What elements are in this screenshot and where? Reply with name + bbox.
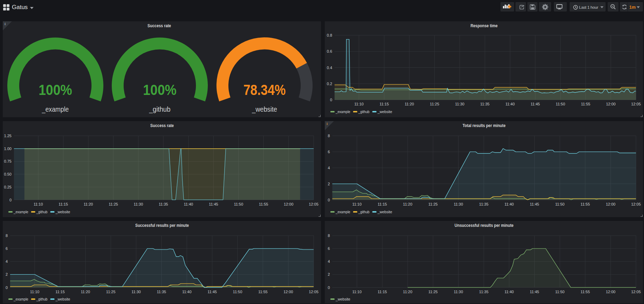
svg-text:_website: _website [377,110,392,114]
svg-text:11:35: 11:35 [479,202,489,206]
svg-text:_example: _example [42,105,69,113]
svg-text:11:55: 11:55 [581,102,590,106]
svg-text:_example: _example [335,110,350,114]
svg-text:11:10: 11:10 [30,290,39,294]
svg-text:12:00: 12:00 [606,290,616,294]
svg-text:11:25: 11:25 [109,202,118,206]
svg-text:_website: _website [252,105,277,113]
svg-text:2: 2 [328,182,330,186]
svg-text:11:45: 11:45 [530,202,539,206]
svg-text:0.25: 0.25 [4,185,12,189]
svg-text:1.00: 1.00 [4,147,12,151]
svg-text:11:40: 11:40 [504,290,514,294]
svg-text:6: 6 [328,150,330,154]
svg-text:11:55: 11:55 [580,290,590,294]
svg-text:_example: _example [335,210,350,214]
svg-text:8: 8 [6,233,8,238]
svg-text:11:35: 11:35 [157,290,166,294]
svg-text:0.75: 0.75 [4,159,12,163]
svg-text:11:30: 11:30 [131,290,141,294]
svg-text:11:10: 11:10 [34,202,43,206]
svg-text:2: 2 [6,272,8,276]
svg-text:11:20: 11:20 [403,290,412,294]
svg-text:11:40: 11:40 [182,290,192,294]
svg-text:12:05: 12:05 [631,102,641,106]
svg-text:8: 8 [328,134,330,138]
svg-text:11:50: 11:50 [233,290,242,294]
svg-text:11:20: 11:20 [84,202,93,206]
svg-text:12:00: 12:00 [606,202,616,206]
svg-text:11:50: 11:50 [556,102,565,106]
svg-text:100%: 100% [39,82,72,98]
svg-text:0: 0 [9,198,12,202]
svg-text:0.6: 0.6 [327,49,332,53]
svg-text:0.2: 0.2 [327,82,332,86]
svg-text:8: 8 [328,233,330,238]
svg-text:78.34%: 78.34% [243,82,286,98]
svg-text:_example: _example [13,210,28,214]
svg-text:11:15: 11:15 [56,290,65,294]
svg-text:11:45: 11:45 [530,102,540,106]
svg-text:11:10: 11:10 [352,290,362,294]
svg-text:12:05: 12:05 [631,202,641,206]
svg-text:_github: _github [358,110,369,114]
svg-text:11:35: 11:35 [480,102,490,106]
svg-text:0: 0 [6,286,8,290]
svg-text:4: 4 [328,259,330,264]
svg-text:_website: _website [377,210,392,214]
svg-text:_github: _github [358,210,369,214]
svg-text:11:15: 11:15 [378,202,387,206]
svg-text:0.4: 0.4 [327,66,332,70]
svg-text:12:00: 12:00 [284,290,293,294]
svg-text:0.50: 0.50 [4,172,12,176]
svg-text:11:40: 11:40 [505,102,515,106]
svg-text:6: 6 [6,246,8,251]
svg-text:0.8: 0.8 [327,33,332,37]
svg-text:11:25: 11:25 [429,202,438,206]
svg-text:11:45: 11:45 [530,290,539,294]
svg-text:0: 0 [330,98,332,102]
svg-text:2: 2 [328,272,330,276]
svg-text:_github: _github [36,297,47,301]
svg-text:11:30: 11:30 [455,102,464,106]
svg-text:0: 0 [328,198,330,202]
svg-text:_github: _github [36,210,47,214]
svg-text:100%: 100% [143,82,177,98]
svg-text:11:25: 11:25 [429,290,438,294]
svg-text:11:15: 11:15 [380,102,389,106]
svg-text:_website: _website [55,297,70,301]
svg-text:11:55: 11:55 [580,202,590,206]
svg-text:4: 4 [328,166,330,170]
svg-text:1.25: 1.25 [4,134,12,138]
svg-text:4: 4 [6,259,8,264]
svg-text:_example: _example [13,297,28,301]
svg-text:11:25: 11:25 [106,290,116,294]
svg-text:6: 6 [328,246,330,251]
svg-text:11:50: 11:50 [555,202,565,206]
svg-text:12:05: 12:05 [309,202,319,206]
svg-text:11:10: 11:10 [352,202,362,206]
svg-text:11:10: 11:10 [354,102,364,106]
svg-text:11:30: 11:30 [134,202,143,206]
svg-text:11:45: 11:45 [209,202,218,206]
svg-text:11:30: 11:30 [454,290,463,294]
svg-text:11:30: 11:30 [454,202,463,206]
svg-text:11:35: 11:35 [159,202,168,206]
svg-text:_github: _github [149,105,170,113]
svg-text:11:50: 11:50 [555,290,565,294]
svg-text:11:40: 11:40 [504,202,514,206]
svg-text:_website: _website [335,297,350,301]
svg-text:11:35: 11:35 [479,290,489,294]
svg-text:11:20: 11:20 [405,102,414,106]
svg-text:11:15: 11:15 [59,202,68,206]
svg-text:11:45: 11:45 [207,290,217,294]
svg-text:11:55: 11:55 [259,202,268,206]
svg-text:12:00: 12:00 [606,102,616,106]
svg-text:11:15: 11:15 [378,290,387,294]
svg-text:12:05: 12:05 [309,290,319,294]
svg-text:11:50: 11:50 [234,202,243,206]
svg-text:12:00: 12:00 [284,202,294,206]
svg-text:11:20: 11:20 [81,290,90,294]
svg-text:11:55: 11:55 [258,290,268,294]
svg-text:_website: _website [55,210,70,214]
